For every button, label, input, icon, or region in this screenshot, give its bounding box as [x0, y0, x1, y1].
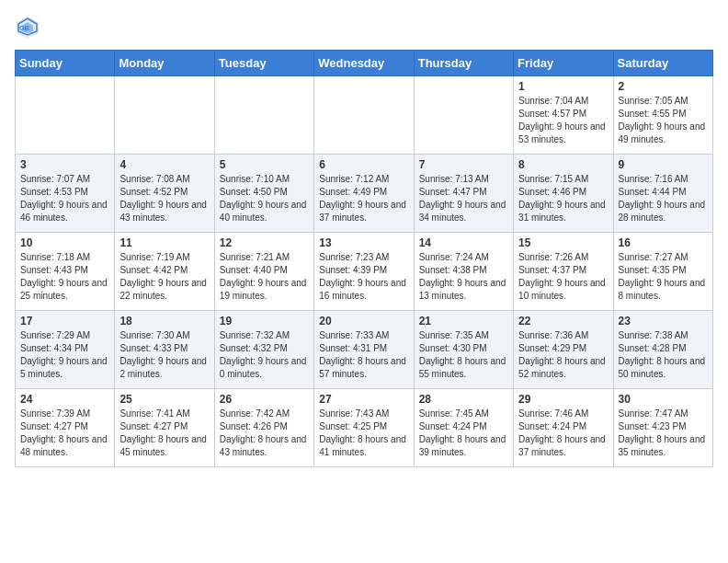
day-number: 18	[119, 315, 209, 327]
day-info: Sunrise: 7:36 AM Sunset: 4:29 PM Dayligh…	[518, 329, 608, 381]
day-cell: 15Sunrise: 7:26 AM Sunset: 4:37 PM Dayli…	[514, 233, 613, 311]
day-cell: 11Sunrise: 7:19 AM Sunset: 4:42 PM Dayli…	[115, 233, 214, 311]
day-info: Sunrise: 7:19 AM Sunset: 4:42 PM Dayligh…	[119, 251, 209, 303]
day-number: 25	[119, 393, 209, 406]
day-info: Sunrise: 7:41 AM Sunset: 4:27 PM Dayligh…	[119, 408, 209, 459]
day-info: Sunrise: 7:29 AM Sunset: 4:34 PM Dayligh…	[20, 329, 109, 381]
day-info: Sunrise: 7:27 AM Sunset: 4:35 PM Dayligh…	[619, 251, 708, 303]
day-cell: 27Sunrise: 7:43 AM Sunset: 4:25 PM Dayli…	[314, 389, 414, 467]
day-number: 29	[518, 393, 608, 406]
day-cell	[16, 76, 115, 155]
day-info: Sunrise: 7:32 AM Sunset: 4:32 PM Dayligh…	[220, 329, 309, 381]
day-cell: 22Sunrise: 7:36 AM Sunset: 4:29 PM Dayli…	[514, 311, 613, 389]
day-cell: 19Sunrise: 7:32 AM Sunset: 4:32 PM Dayli…	[214, 311, 313, 389]
day-info: Sunrise: 7:39 AM Sunset: 4:27 PM Dayligh…	[20, 408, 109, 459]
day-number: 11	[119, 236, 209, 249]
day-cell: 18Sunrise: 7:30 AM Sunset: 4:33 PM Dayli…	[115, 311, 214, 389]
calendar-table: SundayMondayTuesdayWednesdayThursdayFrid…	[15, 50, 713, 467]
day-cell: 8Sunrise: 7:15 AM Sunset: 4:46 PM Daylig…	[514, 155, 613, 233]
weekday-header-tuesday: Tuesday	[214, 51, 313, 76]
day-cell: 14Sunrise: 7:24 AM Sunset: 4:38 PM Dayli…	[414, 233, 513, 311]
day-number: 12	[220, 236, 309, 249]
weekday-header-row: SundayMondayTuesdayWednesdayThursdayFrid…	[16, 51, 713, 76]
day-cell: 21Sunrise: 7:35 AM Sunset: 4:30 PM Dayli…	[414, 311, 513, 389]
day-info: Sunrise: 7:05 AM Sunset: 4:55 PM Dayligh…	[619, 95, 708, 146]
day-info: Sunrise: 7:07 AM Sunset: 4:53 PM Dayligh…	[20, 173, 109, 224]
day-number: 6	[319, 158, 408, 171]
day-number: 2	[619, 80, 708, 93]
day-cell: 9Sunrise: 7:16 AM Sunset: 4:44 PM Daylig…	[613, 155, 712, 233]
weekday-header-sunday: Sunday	[16, 51, 115, 76]
day-number: 4	[119, 158, 209, 171]
day-cell: 3Sunrise: 7:07 AM Sunset: 4:53 PM Daylig…	[16, 155, 115, 233]
day-cell	[414, 76, 513, 155]
week-row-1: 3Sunrise: 7:07 AM Sunset: 4:53 PM Daylig…	[16, 155, 713, 233]
day-number: 7	[419, 158, 508, 171]
day-info: Sunrise: 7:38 AM Sunset: 4:28 PM Dayligh…	[619, 329, 708, 381]
day-number: 23	[619, 315, 708, 327]
day-cell: 26Sunrise: 7:42 AM Sunset: 4:26 PM Dayli…	[214, 389, 313, 467]
weekday-header-wednesday: Wednesday	[314, 51, 414, 76]
day-number: 28	[419, 393, 508, 406]
day-info: Sunrise: 7:08 AM Sunset: 4:52 PM Dayligh…	[119, 173, 209, 224]
weekday-header-monday: Monday	[115, 51, 214, 76]
day-info: Sunrise: 7:45 AM Sunset: 4:24 PM Dayligh…	[419, 408, 508, 459]
day-info: Sunrise: 7:46 AM Sunset: 4:24 PM Dayligh…	[518, 408, 608, 459]
day-cell: 29Sunrise: 7:46 AM Sunset: 4:24 PM Dayli…	[514, 389, 613, 467]
week-row-4: 24Sunrise: 7:39 AM Sunset: 4:27 PM Dayli…	[16, 389, 713, 467]
day-number: 26	[220, 393, 309, 406]
day-info: Sunrise: 7:18 AM Sunset: 4:43 PM Dayligh…	[20, 251, 109, 303]
day-info: Sunrise: 7:23 AM Sunset: 4:39 PM Dayligh…	[319, 251, 408, 303]
day-info: Sunrise: 7:26 AM Sunset: 4:37 PM Dayligh…	[518, 251, 608, 303]
day-number: 24	[20, 393, 109, 406]
day-number: 22	[518, 315, 608, 327]
day-number: 27	[319, 393, 408, 406]
weekday-header-saturday: Saturday	[613, 51, 712, 76]
weekday-header-thursday: Thursday	[414, 51, 513, 76]
day-number: 30	[619, 393, 708, 406]
day-cell: 24Sunrise: 7:39 AM Sunset: 4:27 PM Dayli…	[16, 389, 115, 467]
day-cell: 23Sunrise: 7:38 AM Sunset: 4:28 PM Dayli…	[613, 311, 712, 389]
day-info: Sunrise: 7:33 AM Sunset: 4:31 PM Dayligh…	[319, 329, 408, 381]
day-cell: 17Sunrise: 7:29 AM Sunset: 4:34 PM Dayli…	[16, 311, 115, 389]
day-number: 15	[518, 236, 608, 249]
day-info: Sunrise: 7:15 AM Sunset: 4:46 PM Dayligh…	[518, 173, 608, 224]
svg-text:GB: GB	[19, 25, 29, 31]
day-number: 8	[518, 158, 608, 171]
day-info: Sunrise: 7:04 AM Sunset: 4:57 PM Dayligh…	[518, 95, 608, 146]
page-header: GB	[15, 15, 713, 40]
day-number: 9	[619, 158, 708, 171]
day-number: 13	[319, 236, 408, 249]
day-cell: 10Sunrise: 7:18 AM Sunset: 4:43 PM Dayli…	[16, 233, 115, 311]
day-number: 5	[220, 158, 309, 171]
day-number: 19	[220, 315, 309, 327]
day-cell: 4Sunrise: 7:08 AM Sunset: 4:52 PM Daylig…	[115, 155, 214, 233]
day-cell: 5Sunrise: 7:10 AM Sunset: 4:50 PM Daylig…	[214, 155, 313, 233]
day-info: Sunrise: 7:30 AM Sunset: 4:33 PM Dayligh…	[119, 329, 209, 381]
day-cell: 2Sunrise: 7:05 AM Sunset: 4:55 PM Daylig…	[613, 76, 712, 155]
day-number: 17	[20, 315, 109, 327]
day-cell: 12Sunrise: 7:21 AM Sunset: 4:40 PM Dayli…	[214, 233, 313, 311]
logo-icon: GB	[15, 15, 40, 40]
week-row-3: 17Sunrise: 7:29 AM Sunset: 4:34 PM Dayli…	[16, 311, 713, 389]
day-info: Sunrise: 7:43 AM Sunset: 4:25 PM Dayligh…	[319, 408, 408, 459]
day-cell: 7Sunrise: 7:13 AM Sunset: 4:47 PM Daylig…	[414, 155, 513, 233]
day-cell: 28Sunrise: 7:45 AM Sunset: 4:24 PM Dayli…	[414, 389, 513, 467]
day-info: Sunrise: 7:42 AM Sunset: 4:26 PM Dayligh…	[220, 408, 309, 459]
day-number: 1	[518, 80, 608, 93]
day-cell: 20Sunrise: 7:33 AM Sunset: 4:31 PM Dayli…	[314, 311, 414, 389]
day-number: 3	[20, 158, 109, 171]
day-cell: 30Sunrise: 7:47 AM Sunset: 4:23 PM Dayli…	[613, 389, 712, 467]
day-number: 14	[419, 236, 508, 249]
day-info: Sunrise: 7:13 AM Sunset: 4:47 PM Dayligh…	[419, 173, 508, 224]
week-row-2: 10Sunrise: 7:18 AM Sunset: 4:43 PM Dayli…	[16, 233, 713, 311]
day-info: Sunrise: 7:24 AM Sunset: 4:38 PM Dayligh…	[419, 251, 508, 303]
day-info: Sunrise: 7:21 AM Sunset: 4:40 PM Dayligh…	[220, 251, 309, 303]
day-cell	[214, 76, 313, 155]
day-cell: 1Sunrise: 7:04 AM Sunset: 4:57 PM Daylig…	[514, 76, 613, 155]
day-cell: 13Sunrise: 7:23 AM Sunset: 4:39 PM Dayli…	[314, 233, 414, 311]
day-number: 21	[419, 315, 508, 327]
day-info: Sunrise: 7:35 AM Sunset: 4:30 PM Dayligh…	[419, 329, 508, 381]
day-number: 20	[319, 315, 408, 327]
day-number: 16	[619, 236, 708, 249]
